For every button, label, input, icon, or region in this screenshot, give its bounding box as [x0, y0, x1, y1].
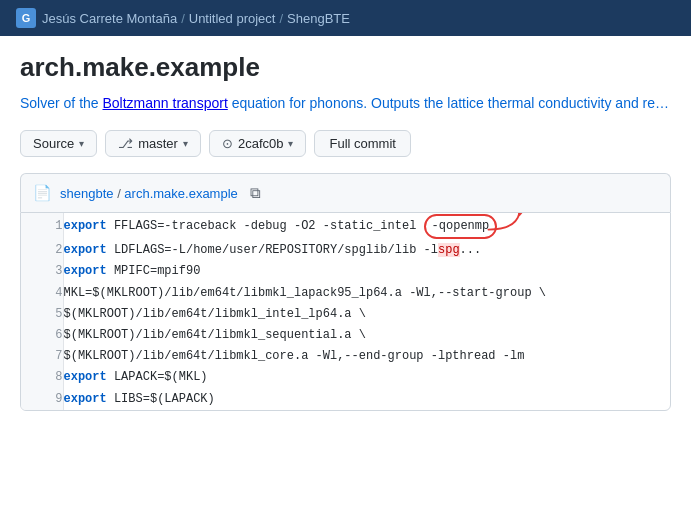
line-code: $(MKLROOT)/lib/em64t/libmkl_intel_lp64.a… — [63, 304, 670, 325]
breadcrumb-sep-2: / — [279, 11, 283, 26]
line-code: export LIBS=$(LAPACK) — [63, 389, 670, 410]
breadcrumb-sep-1: / — [181, 11, 185, 26]
table-row: 7 $(MKLROOT)/lib/em64t/libmkl_core.a -Wl… — [21, 346, 670, 367]
description: Solver of the Boltzmann transport equati… — [20, 93, 671, 114]
table-row: 3 export MPIFC=mpif90 — [21, 261, 670, 282]
line-number: 1 — [21, 213, 63, 240]
line-code: MKL=$(MKLROOT)/lib/em64t/libmkl_lapack95… — [63, 283, 670, 304]
line-number: 9 — [21, 389, 63, 410]
line-number: 2 — [21, 240, 63, 261]
line-number: 7 — [21, 346, 63, 367]
page-title: arch.make.example — [20, 52, 671, 83]
breadcrumb-user[interactable]: Jesús Carrete Montaña — [42, 11, 177, 26]
annotation-highlight: -qopenmp — [424, 214, 498, 239]
breadcrumb-repo[interactable]: ShengBTE — [287, 11, 350, 26]
keyword: export — [64, 392, 107, 406]
code-text: FFLAGS=-traceback -debug -O2 -static_int… — [114, 219, 424, 233]
commit-icon: ⊙ — [222, 136, 233, 151]
file-icon: 📄 — [33, 184, 52, 202]
line-code: export FFLAGS=-traceback -debug -O2 -sta… — [63, 213, 670, 240]
file-path: shengbte / arch.make.example — [60, 186, 238, 201]
breadcrumb: Jesús Carrete Montaña / Untitled project… — [42, 11, 350, 26]
code-text: $(MKLROOT)/lib/em64t/libmkl_core.a -Wl,-… — [64, 349, 525, 363]
code-table: 1 export FFLAGS=-traceback -debug -O2 -s… — [21, 213, 670, 410]
keyword: export — [64, 264, 107, 278]
toolbar: Source ▾ ⎇ master ▾ ⊙ 2cafc0b ▾ Full com… — [20, 130, 671, 157]
table-row: 2 export LDFLAGS=-L/home/user/REPOSITORY… — [21, 240, 670, 261]
app-icon: G — [16, 8, 36, 28]
code-text: LAPACK=$(MKL) — [114, 370, 208, 384]
line-code: export LDFLAGS=-L/home/user/REPOSITORY/s… — [63, 240, 670, 261]
code-text: $(MKLROOT)/lib/em64t/libmkl_intel_lp64.a… — [64, 307, 366, 321]
code-block: 1 export FFLAGS=-traceback -debug -O2 -s… — [20, 212, 671, 411]
line-number: 3 — [21, 261, 63, 282]
desc-prefix: Solver of the — [20, 95, 103, 111]
chevron-down-icon-3: ▾ — [288, 138, 293, 149]
chevron-down-icon-2: ▾ — [183, 138, 188, 149]
branch-icon: ⎇ — [118, 136, 133, 151]
table-row: 4 MKL=$(MKLROOT)/lib/em64t/libmkl_lapack… — [21, 283, 670, 304]
keyword: export — [64, 219, 107, 233]
full-commit-label: Full commit — [329, 136, 395, 151]
branch-dropdown[interactable]: ⎇ master ▾ — [105, 130, 201, 157]
table-row: 1 export FFLAGS=-traceback -debug -O2 -s… — [21, 213, 670, 240]
breadcrumb-project[interactable]: Untitled project — [189, 11, 276, 26]
branch-label: master — [138, 136, 178, 151]
line-number: 8 — [21, 367, 63, 388]
copy-button[interactable]: ⧉ — [246, 182, 265, 204]
line-code: $(MKLROOT)/lib/em64t/libmkl_sequential.a… — [63, 325, 670, 346]
keyword: export — [64, 243, 107, 257]
full-commit-button[interactable]: Full commit — [314, 130, 410, 157]
file-name-link[interactable]: arch.make.example — [124, 186, 237, 201]
code-text: MPIFC=mpif90 — [114, 264, 200, 278]
file-dir-link[interactable]: shengbte — [60, 186, 114, 201]
desc-suffix: equation for phonons. Outputs the lattic… — [228, 95, 671, 111]
chevron-down-icon: ▾ — [79, 138, 84, 149]
svg-marker-0 — [517, 212, 523, 217]
line-code: export LAPACK=$(MKL) — [63, 367, 670, 388]
line-code: export MPIFC=mpif90 — [63, 261, 670, 282]
file-viewer: 📄 shengbte / arch.make.example ⧉ 1 expor… — [20, 173, 671, 411]
code-text: MKL=$(MKLROOT)/lib/em64t/libmkl_lapack95… — [64, 286, 546, 300]
annotation-arrow-icon — [487, 212, 523, 236]
line-code: $(MKLROOT)/lib/em64t/libmkl_core.a -Wl,-… — [63, 346, 670, 367]
line-number: 4 — [21, 283, 63, 304]
code-text: LIBS=$(LAPACK) — [114, 392, 215, 406]
code-text: $(MKLROOT)/lib/em64t/libmkl_sequential.a… — [64, 328, 366, 342]
file-header: 📄 shengbte / arch.make.example ⧉ — [20, 173, 671, 212]
table-row: 6 $(MKLROOT)/lib/em64t/libmkl_sequential… — [21, 325, 670, 346]
source-label: Source — [33, 136, 74, 151]
table-row: 9 export LIBS=$(LAPACK) — [21, 389, 670, 410]
main-content: arch.make.example Solver of the Boltzman… — [0, 36, 691, 427]
source-dropdown[interactable]: Source ▾ — [20, 130, 97, 157]
table-row: 8 export LAPACK=$(MKL) — [21, 367, 670, 388]
keyword: export — [64, 370, 107, 384]
code-text: LDFLAGS=-L/home/user/REPOSITORY/spglib/l… — [114, 243, 481, 257]
table-row: 5 $(MKLROOT)/lib/em64t/libmkl_intel_lp64… — [21, 304, 670, 325]
commit-label: 2cafc0b — [238, 136, 284, 151]
commit-dropdown[interactable]: ⊙ 2cafc0b ▾ — [209, 130, 307, 157]
line-number: 5 — [21, 304, 63, 325]
line-number: 6 — [21, 325, 63, 346]
desc-link[interactable]: Boltzmann transport — [103, 95, 228, 111]
top-bar: G Jesús Carrete Montaña / Untitled proje… — [0, 0, 691, 36]
